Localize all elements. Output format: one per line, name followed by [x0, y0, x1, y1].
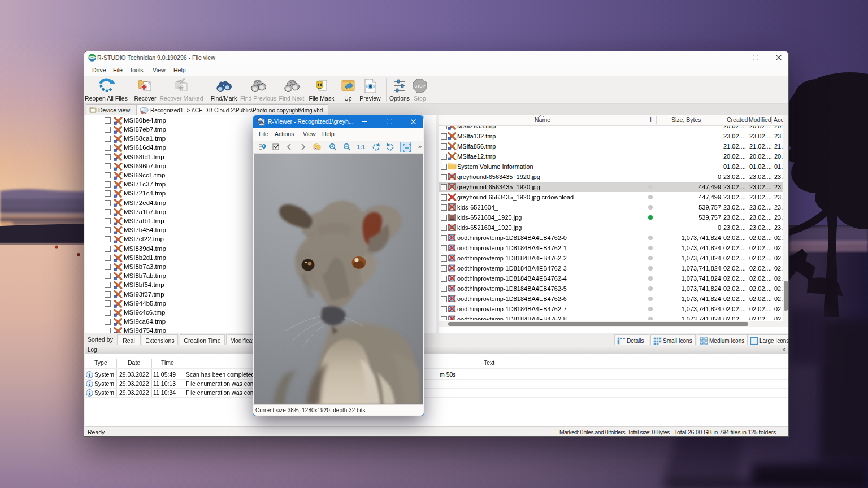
svg-text:1:1: 1:1	[357, 144, 365, 150]
svg-text:STOP: STOP	[415, 84, 426, 88]
svg-text:Rec: Rec	[141, 111, 146, 114]
